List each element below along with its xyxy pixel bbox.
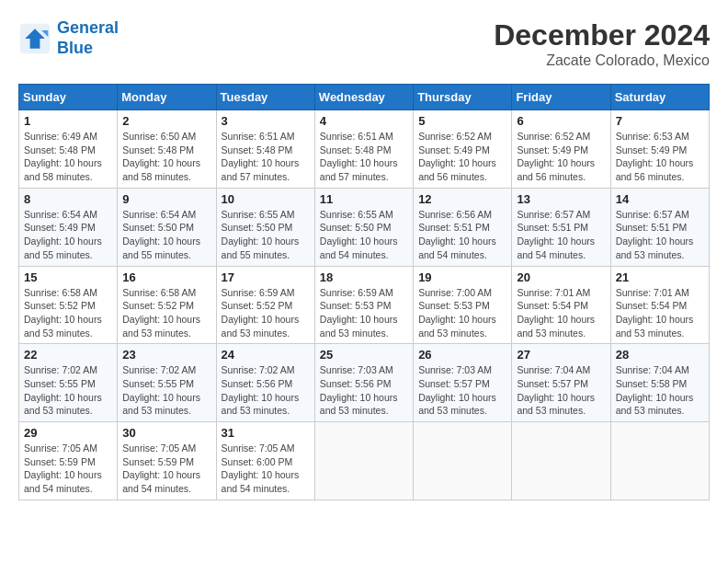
day-info: Sunrise: 7:03 AM Sunset: 5:56 PM Dayligh… (320, 363, 408, 418)
day-info: Sunrise: 6:50 AM Sunset: 5:48 PM Dayligh… (122, 130, 210, 184)
calendar-day-cell: 1 Sunrise: 6:49 AM Sunset: 5:48 PM Dayli… (19, 110, 118, 189)
day-info: Sunrise: 7:01 AM Sunset: 5:54 PM Dayligh… (616, 286, 704, 340)
logo: General Blue (18, 18, 119, 58)
day-info: Sunrise: 7:02 AM Sunset: 5:55 PM Dayligh… (122, 363, 210, 418)
calendar-body: 1 Sunrise: 6:49 AM Sunset: 5:48 PM Dayli… (19, 110, 710, 500)
day-number: 15 (24, 270, 112, 284)
calendar-day-cell: 31 Sunrise: 7:05 AM Sunset: 6:00 PM Dayl… (216, 422, 314, 500)
day-number: 3 (222, 114, 310, 128)
location: Zacate Colorado, Mexico (494, 52, 710, 69)
calendar-week-row: 15 Sunrise: 6:58 AM Sunset: 5:52 PM Dayl… (19, 266, 710, 344)
day-number: 25 (320, 348, 408, 362)
day-info: Sunrise: 7:04 AM Sunset: 5:58 PM Dayligh… (616, 363, 704, 418)
day-info: Sunrise: 7:03 AM Sunset: 5:57 PM Dayligh… (418, 363, 506, 418)
calendar-day-cell: 16 Sunrise: 6:58 AM Sunset: 5:52 PM Dayl… (118, 266, 216, 344)
day-number: 19 (418, 270, 506, 284)
day-info: Sunrise: 6:49 AM Sunset: 5:48 PM Dayligh… (24, 130, 112, 184)
calendar-day-cell: 23 Sunrise: 7:02 AM Sunset: 5:55 PM Dayl… (118, 344, 216, 422)
day-info: Sunrise: 7:02 AM Sunset: 5:55 PM Dayligh… (24, 363, 112, 418)
day-info: Sunrise: 6:52 AM Sunset: 5:49 PM Dayligh… (418, 130, 506, 184)
day-number: 5 (418, 114, 506, 128)
day-info: Sunrise: 7:05 AM Sunset: 5:59 PM Dayligh… (24, 442, 112, 496)
calendar-day-cell: 8 Sunrise: 6:54 AM Sunset: 5:49 PM Dayli… (19, 188, 118, 266)
calendar-day-cell: 26 Sunrise: 7:03 AM Sunset: 5:57 PM Dayl… (414, 344, 512, 422)
calendar-day-cell: 11 Sunrise: 6:55 AM Sunset: 5:50 PM Dayl… (314, 188, 413, 266)
day-info: Sunrise: 6:59 AM Sunset: 5:53 PM Dayligh… (320, 286, 408, 340)
calendar-day-cell: 24 Sunrise: 7:02 AM Sunset: 5:56 PM Dayl… (216, 344, 314, 422)
day-info: Sunrise: 7:05 AM Sunset: 5:59 PM Dayligh… (122, 442, 210, 496)
calendar-header-cell: Saturday (610, 85, 709, 110)
calendar-day-cell: 6 Sunrise: 6:52 AM Sunset: 5:49 PM Dayli… (512, 110, 610, 189)
day-number: 27 (517, 348, 605, 362)
day-info: Sunrise: 6:54 AM Sunset: 5:50 PM Dayligh… (122, 208, 210, 262)
day-info: Sunrise: 7:02 AM Sunset: 5:56 PM Dayligh… (222, 363, 310, 418)
calendar-day-cell: 19 Sunrise: 7:00 AM Sunset: 5:53 PM Dayl… (414, 266, 512, 344)
calendar-week-row: 29 Sunrise: 7:05 AM Sunset: 5:59 PM Dayl… (19, 422, 710, 500)
calendar-day-cell: 14 Sunrise: 6:57 AM Sunset: 5:51 PM Dayl… (610, 188, 709, 266)
day-info: Sunrise: 6:51 AM Sunset: 5:48 PM Dayligh… (320, 130, 408, 184)
calendar-day-cell: 29 Sunrise: 7:05 AM Sunset: 5:59 PM Dayl… (19, 422, 118, 500)
day-number: 7 (616, 114, 704, 128)
calendar-day-cell: 9 Sunrise: 6:54 AM Sunset: 5:50 PM Dayli… (118, 188, 216, 266)
calendar-day-cell: 21 Sunrise: 7:01 AM Sunset: 5:54 PM Dayl… (610, 266, 709, 344)
month-title: December 2024 (494, 18, 710, 52)
calendar-day-cell: 22 Sunrise: 7:02 AM Sunset: 5:55 PM Dayl… (19, 344, 118, 422)
day-number: 17 (222, 270, 310, 284)
day-number: 16 (122, 270, 210, 284)
day-info: Sunrise: 6:56 AM Sunset: 5:51 PM Dayligh… (418, 208, 506, 262)
day-info: Sunrise: 7:05 AM Sunset: 6:00 PM Dayligh… (222, 442, 310, 496)
day-number: 23 (122, 348, 210, 362)
calendar-header-cell: Tuesday (216, 85, 314, 110)
calendar-header-cell: Monday (118, 85, 216, 110)
day-number: 9 (122, 192, 210, 206)
calendar-week-row: 1 Sunrise: 6:49 AM Sunset: 5:48 PM Dayli… (19, 110, 710, 189)
logo-icon (18, 22, 51, 55)
title-block: December 2024 Zacate Colorado, Mexico (494, 18, 710, 69)
day-info: Sunrise: 6:55 AM Sunset: 5:50 PM Dayligh… (320, 208, 408, 262)
calendar-table: SundayMondayTuesdayWednesdayThursdayFrid… (18, 84, 710, 500)
day-number: 2 (122, 114, 210, 128)
day-info: Sunrise: 6:52 AM Sunset: 5:49 PM Dayligh… (517, 130, 605, 184)
calendar-week-row: 8 Sunrise: 6:54 AM Sunset: 5:49 PM Dayli… (19, 188, 710, 266)
logo-line1: General (57, 18, 119, 37)
day-number: 12 (418, 192, 506, 206)
day-number: 13 (517, 192, 605, 206)
day-info: Sunrise: 6:53 AM Sunset: 5:49 PM Dayligh… (616, 130, 704, 184)
calendar-day-cell: 30 Sunrise: 7:05 AM Sunset: 5:59 PM Dayl… (118, 422, 216, 500)
day-info: Sunrise: 6:57 AM Sunset: 5:51 PM Dayligh… (517, 208, 605, 262)
calendar-header-cell: Thursday (414, 85, 512, 110)
day-info: Sunrise: 6:58 AM Sunset: 5:52 PM Dayligh… (24, 286, 112, 340)
day-number: 11 (320, 192, 408, 206)
calendar-day-cell (610, 422, 709, 500)
day-number: 10 (222, 192, 310, 206)
day-info: Sunrise: 6:54 AM Sunset: 5:49 PM Dayligh… (24, 208, 112, 262)
day-number: 29 (24, 426, 112, 440)
calendar-day-cell: 10 Sunrise: 6:55 AM Sunset: 5:50 PM Dayl… (216, 188, 314, 266)
calendar-day-cell: 4 Sunrise: 6:51 AM Sunset: 5:48 PM Dayli… (314, 110, 413, 189)
calendar-day-cell: 28 Sunrise: 7:04 AM Sunset: 5:58 PM Dayl… (610, 344, 709, 422)
day-number: 18 (320, 270, 408, 284)
calendar-day-cell: 20 Sunrise: 7:01 AM Sunset: 5:54 PM Dayl… (512, 266, 610, 344)
day-number: 24 (222, 348, 310, 362)
day-number: 28 (616, 348, 704, 362)
day-number: 31 (222, 426, 310, 440)
day-info: Sunrise: 6:58 AM Sunset: 5:52 PM Dayligh… (122, 286, 210, 340)
calendar-day-cell (314, 422, 413, 500)
calendar-week-row: 22 Sunrise: 7:02 AM Sunset: 5:55 PM Dayl… (19, 344, 710, 422)
day-info: Sunrise: 6:55 AM Sunset: 5:50 PM Dayligh… (222, 208, 310, 262)
day-number: 22 (24, 348, 112, 362)
day-number: 20 (517, 270, 605, 284)
day-number: 30 (122, 426, 210, 440)
day-info: Sunrise: 7:00 AM Sunset: 5:53 PM Dayligh… (418, 286, 506, 340)
calendar-header-cell: Friday (512, 85, 610, 110)
day-number: 1 (24, 114, 112, 128)
day-info: Sunrise: 7:04 AM Sunset: 5:57 PM Dayligh… (517, 363, 605, 418)
calendar-day-cell: 3 Sunrise: 6:51 AM Sunset: 5:48 PM Dayli… (216, 110, 314, 189)
logo-line2: Blue (57, 39, 93, 57)
calendar-day-cell: 2 Sunrise: 6:50 AM Sunset: 5:48 PM Dayli… (118, 110, 216, 189)
day-info: Sunrise: 7:01 AM Sunset: 5:54 PM Dayligh… (517, 286, 605, 340)
calendar-day-cell: 12 Sunrise: 6:56 AM Sunset: 5:51 PM Dayl… (414, 188, 512, 266)
calendar-day-cell (414, 422, 512, 500)
day-number: 21 (616, 270, 704, 284)
day-number: 4 (320, 114, 408, 128)
